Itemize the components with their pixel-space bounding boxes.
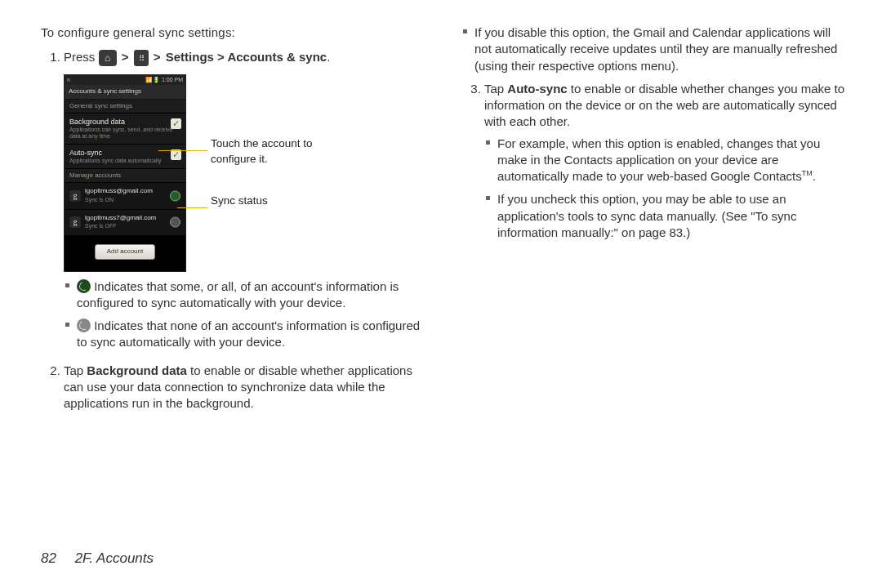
callouts: Touch the account to configure it. Sync … [193, 74, 348, 123]
leader-line-1 [158, 150, 207, 151]
steps-list-cont: Tap Auto-sync to enable or disable wheth… [461, 81, 849, 241]
sync-icon-legend: Indicates that some, or all, of an accou… [64, 278, 429, 351]
account-row-2: g lgoptimuss7@gmail.com Sync is OFF [65, 210, 185, 236]
section-manage: Manage accounts [65, 169, 185, 184]
left-column: To configure general sync settings: Pres… [41, 24, 429, 423]
callout-configure: Touch the account to configure it. [211, 136, 348, 166]
section-general: General sync settings [65, 100, 185, 114]
sync-on-icon [77, 279, 91, 293]
sync-off-icon [77, 318, 91, 332]
intro-text: To configure general sync settings: [41, 24, 429, 41]
steps-list: Press ⌂ > ⠿ > Settings > Accounts & sync… [41, 49, 429, 412]
sync-indicator-off [170, 217, 180, 228]
page-footer: 82 2F. Accounts [41, 550, 154, 567]
step-3: Tap Auto-sync to enable or disable wheth… [484, 81, 849, 241]
separator-2: > [152, 50, 163, 64]
disable-note: If you disable this option, the Gmail an… [461, 24, 849, 74]
status-bar: ⎋ 📶🔋 1:00 PM [65, 75, 185, 84]
callout-sync-status: Sync status [211, 194, 268, 208]
home-icon: ⌂ [99, 50, 117, 66]
screen-title: Accounts & sync settings [65, 85, 185, 100]
right-column: If you disable this option, the Gmail an… [461, 24, 849, 423]
page-number: 82 [41, 550, 56, 566]
account-row-1: g lgoptimuss@gmail.com Sync is ON [65, 183, 185, 209]
example-bullet: For example, when this option is enabled… [484, 136, 849, 185]
checkbox-bgdata: ✓ [171, 118, 181, 129]
legend-sync-on: Indicates that some, or all, of an accou… [64, 278, 429, 312]
press-label: Press [64, 50, 95, 64]
step-2: Tap Background data to enable or disable… [64, 363, 429, 412]
apps-icon: ⠿ [134, 50, 149, 66]
col2-top-bullet: If you disable this option, the Gmail an… [461, 24, 849, 74]
sync-indicator-on [170, 191, 180, 202]
step3-sub-bullets: For example, when this option is enabled… [484, 136, 849, 242]
section-name: 2F. Accounts [75, 550, 154, 566]
uncheck-bullet: If you uncheck this option, you may be a… [484, 191, 849, 241]
add-account-button: Add account [95, 244, 155, 260]
phone-figure: ⎋ 📶🔋 1:00 PM Accounts & sync settings Ge… [64, 74, 429, 271]
google-icon: g [69, 216, 81, 228]
phone-screen: ⎋ 📶🔋 1:00 PM Accounts & sync settings Ge… [64, 74, 186, 271]
row-autosync: Auto-sync Applications sync data automat… [65, 145, 185, 169]
step-1: Press ⌂ > ⠿ > Settings > Accounts & sync… [64, 49, 429, 350]
leader-line-2 [177, 207, 207, 208]
separator-1: > [120, 50, 131, 64]
legend-sync-off: Indicates that none of an account's info… [64, 318, 429, 351]
google-icon: g [69, 190, 81, 202]
row-background-data: Background data Applications can sync, s… [65, 114, 185, 145]
settings-path: Settings > Accounts & sync [166, 50, 327, 64]
